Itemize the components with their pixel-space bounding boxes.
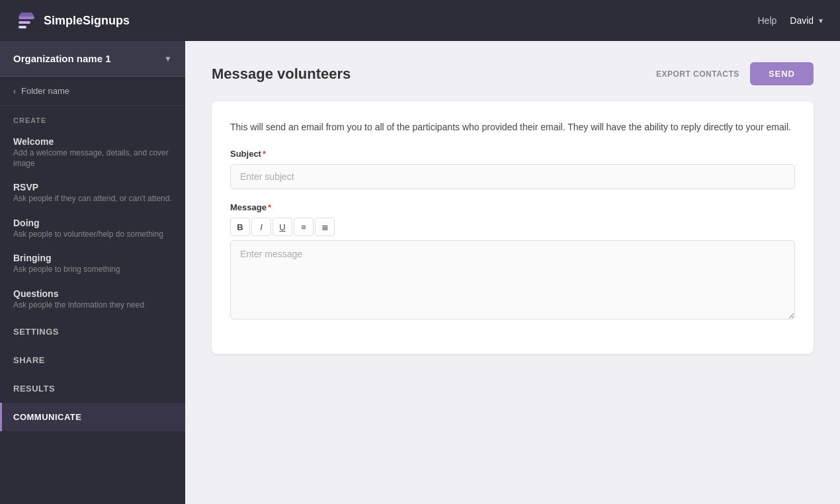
message-textarea[interactable]	[230, 240, 795, 319]
welcome-title: Welcome	[13, 136, 172, 147]
sidebar-item-settings[interactable]: SETTINGS	[0, 317, 185, 346]
message-group: Message* B I U ≡ ≣	[230, 202, 795, 322]
rsvp-subtitle: Ask people if they can attend, or can't …	[13, 194, 172, 204]
rsvp-title: RSVP	[13, 182, 172, 192]
sidebar-item-questions[interactable]: Questions Ask people the information the…	[0, 282, 185, 317]
sidebar-item-welcome[interactable]: Welcome Add a welcome message, details, …	[0, 130, 185, 175]
sidebar-item-rsvp[interactable]: RSVP Ask people if they can attend, or c…	[0, 175, 185, 211]
bringing-title: Bringing	[13, 253, 172, 263]
doing-title: Doing	[13, 218, 172, 228]
message-toolbar: B I U ≡ ≣	[230, 218, 795, 236]
brand: SimpleSignups	[16, 10, 130, 31]
navbar: SimpleSignups Help David ▼	[0, 0, 840, 41]
info-text: This will send an email from you to all …	[230, 120, 795, 134]
page-header: Message volunteers EXPORT CONTACTS SEND	[212, 62, 814, 85]
sidebar-item-bringing[interactable]: Bringing Ask people to bring something	[0, 246, 185, 282]
sidebar-item-results[interactable]: RESULTS	[0, 374, 185, 403]
welcome-subtitle: Add a welcome message, details, and cove…	[13, 148, 172, 169]
app-body: Organization name 1 ▼ ‹ Folder name CREA…	[0, 41, 840, 504]
sidebar-item-communicate[interactable]: COMMUNICATE	[0, 403, 185, 431]
message-card: This will send an email from you to all …	[212, 101, 814, 354]
sidebar-item-share[interactable]: SHARE	[0, 346, 185, 374]
navbar-right: Help David ▼	[758, 15, 825, 26]
chevron-down-icon: ▼	[818, 17, 824, 24]
export-contacts-button[interactable]: EXPORT CONTACTS	[656, 69, 739, 79]
underline-button[interactable]: U	[273, 218, 292, 236]
message-label: Message*	[230, 202, 795, 212]
help-link[interactable]: Help	[758, 15, 777, 26]
page-actions: EXPORT CONTACTS SEND	[656, 62, 814, 85]
user-menu[interactable]: David ▼	[790, 15, 824, 26]
subject-group: Subject*	[230, 149, 795, 189]
unordered-list-button[interactable]: ≡	[294, 218, 314, 236]
doing-subtitle: Ask people to volunteer/help do somethin…	[13, 230, 172, 240]
subject-required: *	[263, 149, 266, 159]
main-content: Message volunteers EXPORT CONTACTS SEND …	[185, 41, 840, 504]
svg-rect-1	[19, 21, 30, 24]
back-arrow-icon: ‹	[13, 87, 16, 96]
svg-rect-0	[19, 17, 34, 19]
folder-name-label: Folder name	[21, 86, 69, 96]
subject-label: Subject*	[230, 149, 795, 159]
subject-input[interactable]	[230, 164, 795, 189]
ordered-list-button[interactable]: ≣	[315, 218, 335, 236]
svg-rect-2	[19, 26, 26, 28]
user-name: David	[790, 15, 814, 26]
bringing-subtitle: Ask people to bring something	[13, 265, 172, 275]
logo-icon	[16, 10, 37, 31]
svg-marker-3	[19, 13, 34, 17]
questions-subtitle: Ask people the information they need	[13, 300, 172, 311]
message-required: *	[268, 202, 271, 212]
italic-button[interactable]: I	[251, 218, 271, 236]
questions-title: Questions	[13, 288, 172, 299]
page-title: Message volunteers	[212, 65, 351, 83]
bold-button[interactable]: B	[230, 218, 250, 236]
org-selector[interactable]: Organization name 1 ▼	[0, 41, 185, 77]
org-chevron-icon: ▼	[164, 54, 172, 63]
create-section-header: CREATE	[0, 106, 185, 130]
folder-nav-item[interactable]: ‹ Folder name	[0, 77, 185, 106]
sidebar: Organization name 1 ▼ ‹ Folder name CREA…	[0, 41, 185, 504]
brand-name: SimpleSignups	[44, 14, 130, 28]
org-name: Organization name 1	[13, 53, 111, 64]
send-button[interactable]: SEND	[750, 62, 814, 85]
sidebar-item-doing[interactable]: Doing Ask people to volunteer/help do so…	[0, 211, 185, 247]
